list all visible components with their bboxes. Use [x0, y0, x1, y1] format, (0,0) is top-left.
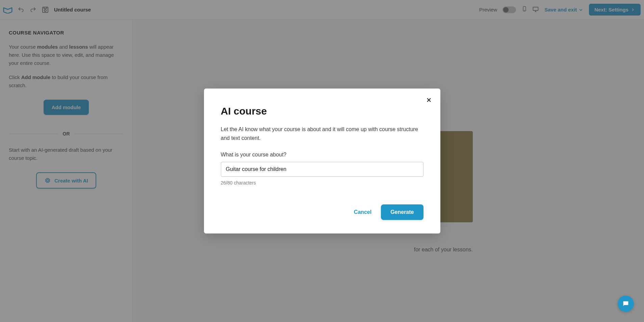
modal-description: Let the AI know what your course is abou… [221, 125, 423, 142]
generate-button[interactable]: Generate [381, 204, 423, 220]
course-topic-input[interactable] [221, 162, 423, 177]
modal-title: AI course [221, 105, 423, 117]
close-button[interactable] [425, 96, 433, 104]
modal-input-label: What is your course about? [221, 152, 423, 158]
chat-fab-button[interactable] [618, 296, 634, 312]
modal-overlay: AI course Let the AI know what your cour… [0, 0, 644, 322]
cancel-button[interactable]: Cancel [354, 209, 371, 215]
modal-actions: Cancel Generate [221, 204, 423, 220]
ai-course-modal: AI course Let the AI know what your cour… [204, 89, 440, 233]
character-count: 26/80 characters [221, 180, 423, 185]
close-icon [426, 97, 432, 103]
chat-icon [622, 300, 629, 307]
